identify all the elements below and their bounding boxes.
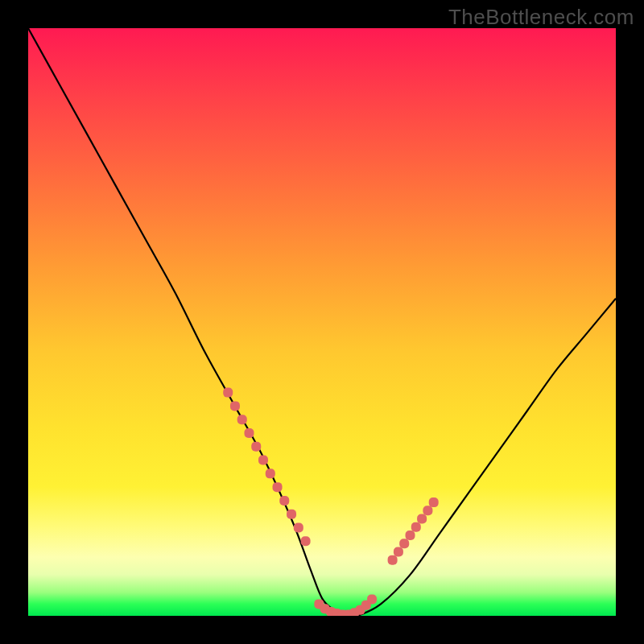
plot-area xyxy=(28,28,616,616)
highlight-dot xyxy=(423,506,432,515)
curve-svg xyxy=(28,28,616,616)
chart-frame: TheBottleneck.com xyxy=(0,0,644,644)
highlight-dot xyxy=(223,388,233,398)
highlight-dot xyxy=(301,536,311,546)
highlight-dot xyxy=(244,428,254,438)
highlight-dot xyxy=(411,522,421,532)
watermark-text: TheBottleneck.com xyxy=(448,5,634,30)
highlight-dot xyxy=(287,510,296,519)
highlight-dot xyxy=(429,497,439,507)
highlight-dot xyxy=(273,482,283,492)
highlight-dot xyxy=(258,456,268,465)
highlight-dot xyxy=(367,595,377,605)
highlight-dot xyxy=(399,539,409,548)
highlight-dots-left xyxy=(223,388,310,547)
highlight-dot xyxy=(251,442,261,452)
curve-line xyxy=(28,28,616,616)
highlight-dot xyxy=(417,514,427,524)
highlight-dot xyxy=(237,415,247,424)
highlight-dot xyxy=(266,469,275,478)
highlight-dot xyxy=(279,496,289,506)
bottleneck-curve xyxy=(28,28,616,616)
highlight-dot xyxy=(294,523,303,533)
highlight-dot xyxy=(388,555,398,565)
highlight-dot xyxy=(406,530,415,540)
highlight-dots-right xyxy=(388,497,439,565)
highlight-dot xyxy=(230,401,240,411)
highlight-dot xyxy=(394,547,403,556)
